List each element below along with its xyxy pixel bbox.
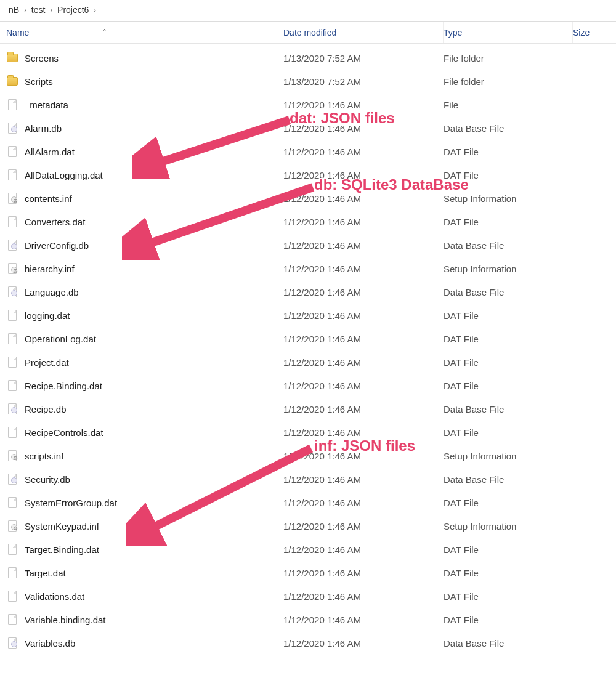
column-header-name-label: Name — [6, 28, 29, 38]
file-type: DAT File — [444, 615, 573, 625]
file-row[interactable]: SystemErrorGroup.dat1/12/2020 1:46 AMDAT… — [0, 491, 616, 514]
column-header-date[interactable]: Date modified — [283, 22, 444, 43]
file-row[interactable]: Variables.db1/12/2020 1:46 AMData Base F… — [0, 631, 616, 655]
file-row[interactable]: Target.dat1/12/2020 1:46 AMDAT File — [0, 561, 616, 584]
file-type: DAT File — [444, 427, 573, 438]
file-row[interactable]: DriverConfig.db1/12/2020 1:46 AMData Bas… — [0, 233, 616, 257]
file-row[interactable]: Validations.dat1/12/2020 1:46 AMDAT File — [0, 584, 616, 608]
file-icon — [6, 333, 18, 345]
file-date: 1/12/2020 1:46 AM — [283, 310, 444, 321]
file-row[interactable]: Variable.binding.dat1/12/2020 1:46 AMDAT… — [0, 608, 616, 631]
breadcrumb-part[interactable]: nB — [6, 4, 22, 16]
column-header-name[interactable]: Name ˄ — [6, 22, 283, 43]
file-date: 1/12/2020 1:46 AM — [283, 357, 444, 368]
file-icon — [6, 496, 18, 509]
file-type: Data Base File — [444, 123, 573, 134]
file-date: 1/12/2020 1:46 AM — [283, 404, 444, 414]
file-row[interactable]: AllAlarm.dat1/12/2020 1:46 AMDAT File — [0, 140, 616, 163]
file-type: DAT File — [444, 217, 573, 227]
file-name: Variable.binding.dat — [25, 615, 283, 625]
file-row[interactable]: OperationLog.dat1/12/2020 1:46 AMDAT Fil… — [0, 327, 616, 350]
file-date: 1/12/2020 1:46 AM — [283, 615, 444, 625]
file-row[interactable]: ⚙scripts.inf1/12/2020 1:46 AMSetup Infor… — [0, 444, 616, 467]
file-date: 1/12/2020 1:46 AM — [283, 544, 444, 555]
file-icon — [6, 543, 18, 556]
file-date: 1/12/2020 1:46 AM — [283, 217, 444, 227]
file-row[interactable]: ⚙contents.inf1/12/2020 1:46 AMSetup Info… — [0, 187, 616, 210]
file-type: DAT File — [444, 334, 573, 344]
file-date: 1/12/2020 1:46 AM — [283, 193, 444, 204]
chevron-right-icon[interactable]: › — [22, 6, 29, 14]
database-file-icon — [6, 122, 18, 134]
setup-info-file-icon: ⚙ — [6, 520, 18, 532]
file-date: 1/12/2020 1:46 AM — [283, 170, 444, 180]
file-row[interactable]: RecipeControls.dat1/12/2020 1:46 AMDAT F… — [0, 421, 616, 444]
sort-asc-icon: ˄ — [103, 28, 107, 36]
file-type: Setup Information — [444, 264, 573, 274]
file-row[interactable]: Recipe.db1/12/2020 1:46 AMData Base File — [0, 397, 616, 421]
file-date: 1/12/2020 1:46 AM — [283, 381, 444, 391]
column-header-row: Name ˄ Date modified Type Size — [0, 22, 616, 44]
file-name: logging.dat — [25, 310, 283, 321]
file-name: Project.dat — [25, 357, 283, 368]
column-header-size-label: Size — [573, 28, 590, 38]
database-file-icon — [6, 403, 18, 415]
file-date: 1/12/2020 1:46 AM — [283, 638, 444, 649]
file-type: DAT File — [444, 357, 573, 368]
file-date: 1/12/2020 1:46 AM — [283, 591, 444, 602]
file-name: RecipeControls.dat — [25, 427, 283, 438]
file-type: Data Base File — [444, 404, 573, 414]
chevron-right-icon[interactable]: › — [91, 6, 99, 14]
file-row[interactable]: Screens1/13/2020 7:52 AMFile folder — [0, 46, 616, 70]
file-date: 1/12/2020 1:46 AM — [283, 498, 444, 508]
file-date: 1/12/2020 1:46 AM — [283, 147, 444, 157]
file-row[interactable]: ⚙SystemKeypad.inf1/12/2020 1:46 AMSetup … — [0, 514, 616, 538]
file-row[interactable]: Scripts1/13/2020 7:52 AMFile folder — [0, 70, 616, 93]
file-row[interactable]: logging.dat1/12/2020 1:46 AMDAT File — [0, 304, 616, 327]
file-date: 1/12/2020 1:46 AM — [283, 568, 444, 578]
breadcrumb-part[interactable]: test — [29, 4, 48, 16]
database-file-icon — [6, 637, 18, 649]
file-row[interactable]: Language.db1/12/2020 1:46 AMData Base Fi… — [0, 280, 616, 304]
file-date: 1/12/2020 1:46 AM — [283, 334, 444, 344]
file-name: Recipe.Binding.dat — [25, 381, 283, 391]
file-type: DAT File — [444, 381, 573, 391]
file-name: SystemErrorGroup.dat — [25, 498, 283, 508]
file-icon — [6, 379, 18, 392]
setup-info-file-icon: ⚙ — [6, 450, 18, 462]
file-name: Recipe.db — [25, 404, 283, 414]
file-type: Data Base File — [444, 638, 573, 649]
file-name: Scripts — [25, 76, 283, 87]
file-name: Variables.db — [25, 638, 283, 649]
column-header-date-label: Date modified — [283, 28, 336, 38]
database-file-icon — [6, 239, 18, 251]
file-type: DAT File — [444, 568, 573, 578]
file-icon — [6, 309, 18, 321]
file-list: Screens1/13/2020 7:52 AMFile folderScrip… — [0, 44, 616, 655]
file-type: File — [444, 100, 573, 110]
file-row[interactable]: Converters.dat1/12/2020 1:46 AMDAT File — [0, 210, 616, 233]
file-name: Converters.dat — [25, 217, 283, 227]
file-type: Data Base File — [444, 240, 573, 251]
file-row[interactable]: Target.Binding.dat1/12/2020 1:46 AMDAT F… — [0, 538, 616, 561]
file-row[interactable]: Project.dat1/12/2020 1:46 AMDAT File — [0, 350, 616, 374]
file-type: Setup Information — [444, 193, 573, 204]
column-header-size[interactable]: Size — [573, 22, 616, 43]
database-file-icon — [6, 286, 18, 298]
file-row[interactable]: _metadata1/12/2020 1:46 AMFile — [0, 93, 616, 116]
column-header-type-label: Type — [444, 28, 462, 38]
file-icon — [6, 216, 18, 228]
file-row[interactable]: Recipe.Binding.dat1/12/2020 1:46 AMDAT F… — [0, 374, 616, 397]
file-icon — [6, 613, 18, 626]
file-name: _metadata — [25, 100, 283, 110]
breadcrumb-part[interactable]: Project6 — [55, 4, 91, 16]
file-name: Validations.dat — [25, 591, 283, 602]
file-type: DAT File — [444, 591, 573, 602]
file-name: DriverConfig.db — [25, 240, 283, 251]
chevron-right-icon[interactable]: › — [47, 6, 55, 14]
file-row[interactable]: AllDataLogging.dat1/12/2020 1:46 AMDAT F… — [0, 163, 616, 187]
file-row[interactable]: ⚙hierarchy.inf1/12/2020 1:46 AMSetup Inf… — [0, 257, 616, 280]
column-header-type[interactable]: Type — [444, 22, 573, 43]
file-row[interactable]: Alarm.db1/12/2020 1:46 AMData Base File — [0, 116, 616, 140]
file-row[interactable]: Security.db1/12/2020 1:46 AMData Base Fi… — [0, 467, 616, 491]
